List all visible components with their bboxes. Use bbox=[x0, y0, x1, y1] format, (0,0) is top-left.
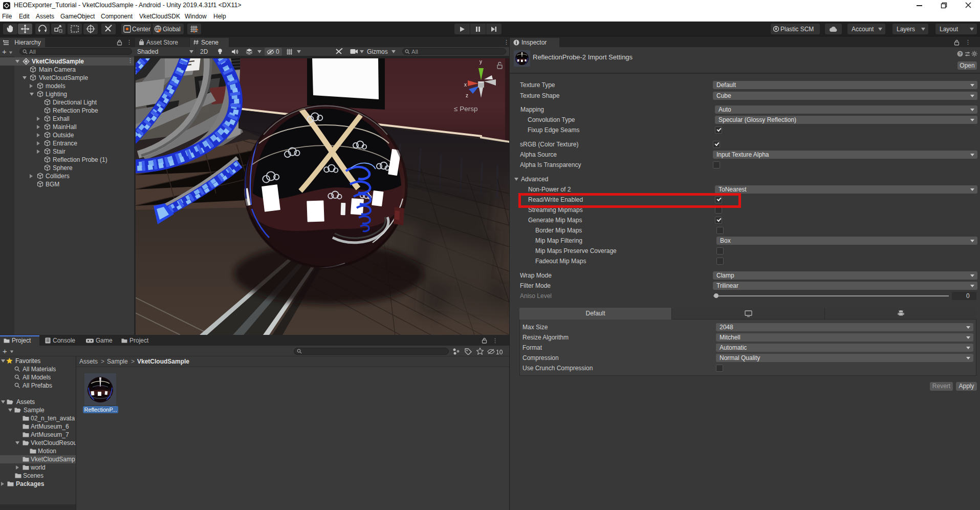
svg-text:?: ? bbox=[959, 51, 962, 56]
svg-text:y: y bbox=[480, 59, 482, 65]
svg-text:x: x bbox=[464, 82, 467, 88]
svg-text:z: z bbox=[466, 93, 468, 98]
svg-text:≤ Persp: ≤ Persp bbox=[454, 105, 477, 113]
